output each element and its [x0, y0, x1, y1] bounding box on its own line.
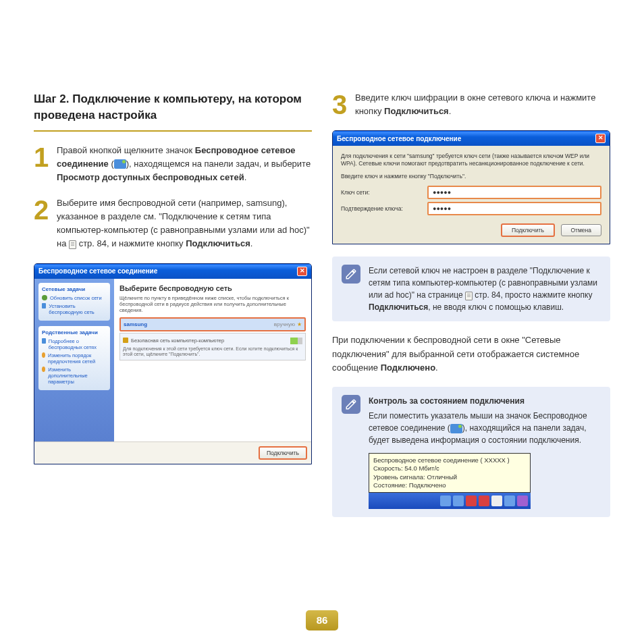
key-input[interactable]: ●●●●● [427, 186, 601, 199]
step-number: 1 [34, 144, 53, 184]
tray-icon[interactable] [504, 495, 515, 506]
note-title: Контроль за состоянием подключения [369, 395, 601, 407]
tray-wireless-icon[interactable] [491, 495, 502, 506]
tooltip-line: Скорость: 54.0 Мбит/с [373, 464, 526, 473]
tray-icon[interactable] [479, 495, 489, 506]
wireless-icon [450, 424, 462, 433]
main-subtitle: Щёлкните по пункту в приведённом ниже сп… [119, 295, 306, 313]
text: . [449, 106, 452, 116]
note-box: Если сетевой ключ не настроен в разделе … [332, 257, 610, 321]
window-titlebar[interactable]: Беспроводное сетевое соединение ✕ [34, 264, 311, 279]
tooltip-line: Беспроводное сетевое соединение ( XXXXX … [373, 456, 526, 464]
tray-icon[interactable] [517, 495, 528, 506]
text: ), находящемся на панели задач, и выбери… [126, 159, 311, 169]
network-item-selected[interactable]: samsung вручную★ [119, 317, 306, 331]
text-bold: Просмотр доступных беспроводных сетей [57, 172, 244, 182]
connection-tooltip: Беспроводное сетевое соединение ( XXXXX … [369, 453, 531, 493]
tray-icon[interactable] [453, 495, 464, 506]
page-ref-icon [465, 292, 473, 300]
connect-button[interactable]: Подключить [501, 223, 555, 237]
lock-icon [123, 338, 128, 343]
text-bold: Подключиться [369, 302, 428, 312]
confirm-input[interactable]: ●●●●● [427, 202, 601, 215]
text-bold: Подключиться [186, 238, 250, 248]
connect-button[interactable]: Подключить [259, 446, 307, 460]
text: . [435, 363, 438, 373]
taskbar [369, 493, 531, 509]
tooltip-line: Состояние: Подключено [373, 481, 526, 489]
text: . [250, 238, 253, 248]
text: . [244, 172, 247, 182]
wireless-key-dialog: Беспроводное сетевое подключение ✕ Для п… [332, 130, 610, 244]
window-main: Выберите беспроводную сеть Щёлкните по п… [114, 279, 311, 442]
close-icon[interactable]: ✕ [595, 134, 606, 143]
sidebar-item[interactable]: Обновить список сети [42, 295, 107, 301]
step-number: 3 [332, 91, 351, 118]
network-type: Безопасная сеть компьютер-компьютер [131, 338, 224, 344]
note-box-status: Контроль за состоянием подключения Если … [332, 387, 610, 517]
text: , не вводя ключ с помощью клавиш. [428, 302, 564, 312]
key-label: Ключ сети: [341, 189, 422, 196]
text: ( [109, 159, 114, 169]
dialog-text: Для подключения к сети "samsung" требует… [341, 153, 601, 167]
confirm-label: Подтверждение ключа: [341, 205, 422, 212]
step-1: 1 Правой кнопкой щелкните значок Беспров… [34, 144, 312, 184]
pencil-icon [342, 395, 360, 414]
paragraph: При подключении к беспроводной сети в ок… [332, 333, 610, 374]
signal-icon [290, 338, 302, 344]
sidebar-item[interactable]: Изменить дополнительные параметры [42, 367, 107, 385]
window-sidebar: Сетевые задачи Обновить список сети Уста… [34, 279, 114, 442]
step-3: 3 Введите ключ шифрации в окне сетевого … [332, 91, 610, 118]
section-title: Шаг 2. Подключение к компьютеру, на кото… [34, 91, 312, 124]
network-status: вручную [274, 321, 295, 327]
text-bold: Подключиться [384, 106, 449, 116]
sidebar-item[interactable]: Изменить порядок предпочтения сетей [42, 352, 107, 365]
tray-icon[interactable] [466, 495, 477, 506]
dialog-text: Введите ключ и нажмите кнопку "Подключит… [341, 173, 601, 180]
page-number: 86 [306, 610, 338, 630]
window-title: Беспроводное сетевое подключение [337, 135, 461, 142]
network-name: samsung [124, 321, 147, 327]
tray-icon[interactable] [440, 495, 451, 506]
sidebar-panel-title: Сетевые задачи [42, 286, 107, 292]
main-title: Выберите беспроводную сеть [119, 284, 306, 292]
sidebar-item[interactable]: Подробнее о беспроводных сетях [42, 338, 107, 350]
wireless-icon [114, 159, 126, 169]
page-ref-icon [69, 240, 76, 249]
window-titlebar[interactable]: Беспроводное сетевое подключение ✕ [333, 131, 610, 146]
window-title: Беспроводное сетевое соединение [38, 267, 157, 275]
sidebar-panel-title: Родственные задачи [42, 329, 107, 336]
section-divider [34, 130, 312, 132]
text: стр. 84, и нажмите кнопку [76, 238, 186, 248]
text-bold: Подключено [381, 363, 435, 373]
step-2: 2 Выберите имя беспроводной сети (наприм… [34, 196, 312, 251]
wireless-networks-window: Беспроводное сетевое соединение ✕ Сетевы… [34, 263, 312, 465]
tooltip-line: Уровень сигнала: Отличный [373, 473, 526, 481]
sidebar-item[interactable]: Установить беспроводную сеть [42, 303, 107, 315]
close-icon[interactable]: ✕ [297, 267, 307, 276]
text: Правой кнопкой щелкните значок [57, 145, 195, 155]
step-number: 2 [34, 196, 53, 251]
network-desc: Для подключения к этой сети требуется кл… [123, 346, 302, 358]
cancel-button[interactable]: Отмена [561, 224, 602, 236]
network-item-details: Безопасная сеть компьютер-компьютер Для … [119, 333, 306, 361]
text: При подключении к беспроводной сети в ок… [332, 335, 579, 372]
pencil-icon [342, 265, 360, 284]
text: стр. 84, просто нажмите кнопку [473, 290, 593, 300]
